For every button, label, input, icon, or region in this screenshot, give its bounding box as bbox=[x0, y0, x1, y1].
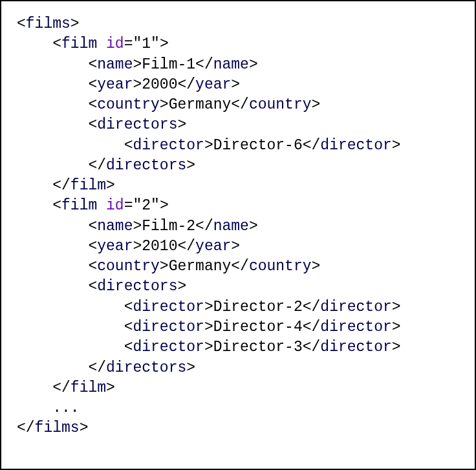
code-line: <directors> bbox=[17, 278, 186, 295]
xml-tag-name: year bbox=[97, 76, 133, 93]
xml-tag-name: film bbox=[61, 197, 97, 214]
code-line: ... bbox=[17, 400, 80, 416]
xml-punct: > bbox=[160, 96, 169, 113]
xml-punct: > bbox=[312, 258, 321, 275]
xml-punct: > bbox=[133, 56, 142, 73]
xml-punct: " bbox=[151, 197, 160, 214]
xml-punct: > bbox=[160, 258, 169, 275]
xml-tag-name: directors bbox=[106, 157, 186, 174]
xml-punct: > bbox=[133, 76, 142, 93]
xml-tag-name: directors bbox=[97, 278, 177, 295]
xml-punct: </ bbox=[303, 137, 321, 154]
xml-punct: > bbox=[231, 76, 240, 93]
xml-punct: < bbox=[17, 16, 26, 32]
xml-punct: </ bbox=[303, 339, 321, 356]
xml-tag-name: country bbox=[97, 258, 160, 275]
xml-text: Film-2 bbox=[142, 218, 195, 235]
xml-tag-name: country bbox=[97, 96, 160, 113]
xml-punct: > bbox=[133, 238, 142, 255]
xml-tag-name: year bbox=[97, 238, 133, 255]
xml-punct: < bbox=[52, 36, 61, 52]
xml-tag-name: country bbox=[249, 96, 312, 113]
xml-punct: < bbox=[124, 299, 133, 315]
xml-tag-name: director bbox=[133, 299, 204, 315]
code-line: <year>2010</year> bbox=[17, 238, 240, 255]
xml-tag-name: director bbox=[133, 137, 204, 154]
code-line: </films> bbox=[17, 420, 88, 436]
xml-punct: < bbox=[88, 116, 97, 133]
code-line: <country>Germany</country> bbox=[17, 96, 320, 113]
xml-punct: < bbox=[124, 319, 133, 336]
xml-text: 2 bbox=[142, 197, 151, 214]
xml-tag-name: name bbox=[97, 218, 133, 235]
xml-text: 1 bbox=[142, 36, 151, 52]
xml-punct: </ bbox=[52, 379, 70, 396]
xml-tag-name: directors bbox=[106, 359, 186, 376]
code-line: <directors> bbox=[17, 116, 186, 133]
code-line: <film id="1"> bbox=[17, 36, 169, 52]
code-line: <director>Director-6</director> bbox=[17, 137, 401, 154]
code-line: <country>Germany</country> bbox=[17, 258, 320, 275]
code-line: </film> bbox=[17, 177, 115, 194]
xml-punct: > bbox=[177, 116, 186, 133]
code-line: <year>2000</year> bbox=[17, 76, 240, 93]
xml-punct: > bbox=[160, 36, 169, 52]
code-line: </directors> bbox=[17, 359, 195, 376]
xml-punct: > bbox=[204, 319, 213, 336]
xml-tag-name: director bbox=[320, 137, 391, 154]
xml-punct: </ bbox=[177, 76, 195, 93]
code-line: <name>Film-1</name> bbox=[17, 56, 258, 73]
xml-punct: > bbox=[204, 137, 213, 154]
xml-punct: > bbox=[231, 238, 240, 255]
xml-punct: > bbox=[392, 299, 401, 315]
code-line: <director>Director-3</director> bbox=[17, 339, 401, 356]
xml-punct: </ bbox=[17, 420, 35, 436]
xml-attr-name: id bbox=[106, 197, 124, 214]
xml-tag-name: films bbox=[26, 16, 70, 32]
code-line: <film id="2"> bbox=[17, 197, 169, 214]
xml-tag-name: country bbox=[249, 258, 312, 275]
code-line: <name>Film-2</name> bbox=[17, 218, 258, 235]
xml-tag-name: year bbox=[195, 238, 231, 255]
xml-punct: </ bbox=[231, 258, 249, 275]
xml-tag-name: film bbox=[70, 379, 106, 396]
xml-tag-name: film bbox=[70, 177, 106, 194]
xml-punct: > bbox=[204, 299, 213, 315]
xml-text: Germany bbox=[169, 96, 232, 113]
code-line: </directors> bbox=[17, 157, 195, 174]
xml-text: 2000 bbox=[142, 76, 177, 93]
xml-punct: > bbox=[312, 96, 321, 113]
xml-punct: > bbox=[186, 359, 195, 376]
xml-text: Director-3 bbox=[213, 339, 303, 356]
xml-text: 2010 bbox=[142, 238, 177, 255]
xml-punct: < bbox=[88, 278, 97, 295]
xml-punct: < bbox=[88, 258, 97, 275]
xml-punct: > bbox=[392, 137, 401, 154]
xml-punct: > bbox=[392, 339, 401, 356]
xml-punct: </ bbox=[231, 96, 249, 113]
xml-tag-name: name bbox=[97, 56, 133, 73]
xml-tag-name: name bbox=[213, 56, 249, 73]
xml-text: Director-4 bbox=[213, 319, 303, 336]
xml-punct: < bbox=[88, 238, 97, 255]
xml-tag-name: year bbox=[195, 76, 231, 93]
xml-tag-name: director bbox=[320, 339, 391, 356]
xml-punct: </ bbox=[303, 319, 321, 336]
code-line: <films> bbox=[17, 16, 80, 32]
xml-punct: < bbox=[88, 218, 97, 235]
xml-tag-name: films bbox=[35, 420, 80, 436]
xml-punct: = bbox=[124, 36, 133, 52]
xml-punct: > bbox=[186, 157, 195, 174]
xml-attr-name: id bbox=[106, 36, 124, 52]
xml-text: ... bbox=[52, 400, 79, 416]
xml-punct: " bbox=[151, 36, 160, 52]
xml-text: Germany bbox=[169, 258, 232, 275]
xml-punct: < bbox=[88, 76, 97, 93]
xml-punct: </ bbox=[52, 177, 70, 194]
code-line: <director>Director-4</director> bbox=[17, 319, 401, 336]
xml-tag-name: director bbox=[133, 319, 204, 336]
xml-text: Director-6 bbox=[213, 137, 303, 154]
xml-punct: > bbox=[106, 177, 115, 194]
xml-punct: < bbox=[124, 339, 133, 356]
xml-punct: < bbox=[88, 56, 97, 73]
